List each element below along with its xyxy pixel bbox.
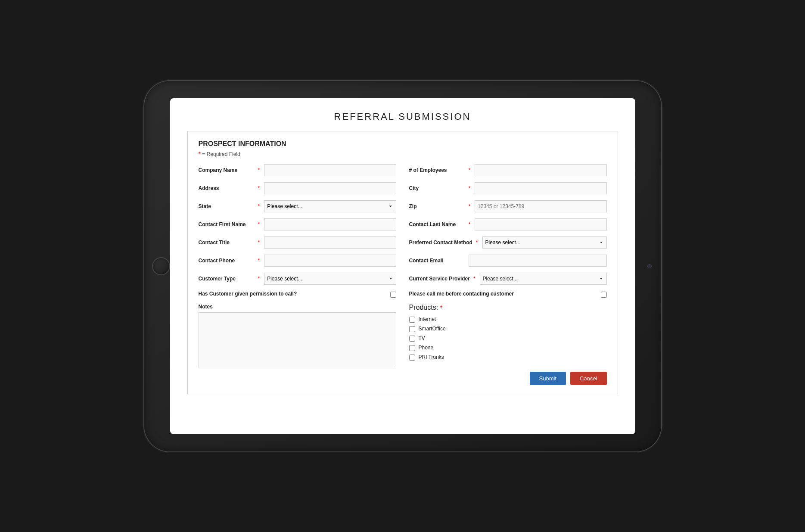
product-phone: Phone bbox=[409, 344, 607, 351]
current-provider-select[interactable]: Please select... bbox=[480, 273, 607, 285]
current-provider-row: Current Service Provider * Please select… bbox=[409, 273, 607, 285]
contact-title-row: Contact Title * bbox=[199, 236, 396, 249]
customer-type-label: Customer Type bbox=[199, 276, 255, 282]
contact-title-required: * bbox=[258, 240, 260, 246]
notes-section: Notes bbox=[199, 304, 396, 385]
page-content: REFERRAL SUBMISSION PROSPECT INFORMATION… bbox=[170, 98, 635, 434]
permission-checkbox[interactable] bbox=[390, 292, 396, 298]
products-section: Products: * Internet SmartOffice bbox=[409, 304, 607, 385]
page-title: REFERRAL SUBMISSION bbox=[187, 111, 618, 122]
zip-required: * bbox=[469, 203, 471, 209]
preferred-contact-required: * bbox=[476, 240, 478, 246]
contact-last-label: Contact Last Name bbox=[409, 221, 465, 227]
products-title: Products: * bbox=[409, 304, 607, 311]
state-row: State * Please select... bbox=[199, 200, 396, 212]
product-smartoffice-label: SmartOffice bbox=[419, 326, 446, 332]
contact-title-input[interactable] bbox=[264, 236, 396, 249]
permission-row: Has Customer given permission to call? bbox=[199, 291, 396, 298]
permission-label: Has Customer given permission to call? bbox=[199, 291, 387, 297]
product-internet-label: Internet bbox=[419, 316, 436, 322]
contact-phone-row: Contact Phone * bbox=[199, 255, 396, 267]
call-before-row: Please call me before contacting custome… bbox=[409, 291, 607, 298]
employees-required: * bbox=[469, 167, 471, 173]
address-label: Address bbox=[199, 185, 255, 191]
required-note: * = Required Field bbox=[199, 150, 607, 157]
city-required: * bbox=[469, 185, 471, 191]
notes-label: Notes bbox=[199, 304, 396, 310]
customer-type-row: Customer Type * Please select... bbox=[199, 273, 396, 285]
contact-email-label: Contact Email bbox=[409, 258, 465, 264]
notes-textarea[interactable] bbox=[199, 312, 396, 368]
product-smartoffice-checkbox[interactable] bbox=[409, 326, 415, 332]
submit-button[interactable]: Submit bbox=[530, 372, 566, 385]
product-pri-trunks-checkbox[interactable] bbox=[409, 355, 415, 361]
preferred-contact-select[interactable]: Please select... bbox=[482, 236, 607, 249]
product-tv-checkbox[interactable] bbox=[409, 336, 415, 342]
city-row: City * bbox=[409, 182, 607, 194]
zip-input[interactable] bbox=[475, 200, 606, 212]
contact-first-row: Contact First Name * bbox=[199, 218, 396, 230]
required-asterisk: * bbox=[199, 150, 201, 157]
home-button[interactable] bbox=[152, 257, 170, 275]
contact-first-label: Contact First Name bbox=[199, 221, 255, 227]
employees-input[interactable] bbox=[475, 164, 606, 176]
current-provider-required: * bbox=[473, 276, 476, 282]
contact-phone-required: * bbox=[258, 258, 260, 264]
products-required: * bbox=[440, 304, 442, 311]
contact-last-input[interactable] bbox=[475, 218, 606, 230]
zip-label: Zip bbox=[409, 203, 465, 209]
employees-row: # of Employees * bbox=[409, 164, 607, 176]
zip-row: Zip * bbox=[409, 200, 607, 212]
product-smartoffice: SmartOffice bbox=[409, 325, 607, 332]
customer-type-required: * bbox=[258, 276, 260, 282]
call-before-checkbox[interactable] bbox=[601, 292, 607, 298]
form-grid: Company Name * # of Employees * Address … bbox=[199, 164, 607, 298]
buttons-row: Submit Cancel bbox=[409, 372, 607, 385]
address-required: * bbox=[258, 185, 260, 191]
address-input[interactable] bbox=[264, 182, 396, 194]
customer-type-select[interactable]: Please select... bbox=[264, 273, 396, 285]
state-label: State bbox=[199, 203, 255, 209]
company-name-required: * bbox=[258, 167, 260, 173]
contact-email-row: Contact Email bbox=[409, 255, 607, 267]
call-before-label: Please call me before contacting custome… bbox=[409, 291, 597, 297]
current-provider-label: Current Service Provider bbox=[409, 276, 470, 282]
address-row: Address * bbox=[199, 182, 396, 194]
product-tv: TV bbox=[409, 335, 607, 342]
section-title: PROSPECT INFORMATION bbox=[199, 140, 607, 148]
contact-last-row: Contact Last Name * bbox=[409, 218, 607, 230]
form-container: PROSPECT INFORMATION * = Required Field … bbox=[187, 131, 618, 394]
contact-title-label: Contact Title bbox=[199, 240, 255, 246]
tablet-frame: REFERRAL SUBMISSION PROSPECT INFORMATION… bbox=[144, 81, 661, 451]
bottom-section: Notes Products: * Internet bbox=[199, 304, 607, 385]
state-required: * bbox=[258, 203, 260, 209]
product-phone-label: Phone bbox=[419, 345, 434, 351]
product-pri-trunks-label: PRI Trunks bbox=[419, 354, 444, 360]
contact-phone-label: Contact Phone bbox=[199, 258, 255, 264]
camera bbox=[647, 264, 652, 268]
contact-last-required: * bbox=[469, 221, 471, 227]
company-name-row: Company Name * bbox=[199, 164, 396, 176]
product-internet: Internet bbox=[409, 316, 607, 323]
city-label: City bbox=[409, 185, 465, 191]
cancel-button[interactable]: Cancel bbox=[570, 372, 606, 385]
preferred-contact-row: Preferred Contact Method * Please select… bbox=[409, 236, 607, 249]
product-internet-checkbox[interactable] bbox=[409, 317, 415, 323]
product-phone-checkbox[interactable] bbox=[409, 345, 415, 351]
contact-phone-input[interactable] bbox=[264, 255, 396, 267]
contact-first-required: * bbox=[258, 221, 260, 227]
preferred-contact-label: Preferred Contact Method bbox=[409, 240, 472, 246]
employees-label: # of Employees bbox=[409, 167, 465, 173]
city-input[interactable] bbox=[475, 182, 606, 194]
company-name-label: Company Name bbox=[199, 167, 255, 173]
tablet-screen: REFERRAL SUBMISSION PROSPECT INFORMATION… bbox=[170, 98, 635, 434]
product-pri-trunks: PRI Trunks bbox=[409, 354, 607, 361]
state-select[interactable]: Please select... bbox=[264, 200, 396, 212]
product-tv-label: TV bbox=[419, 335, 425, 341]
company-name-input[interactable] bbox=[264, 164, 396, 176]
contact-first-input[interactable] bbox=[264, 218, 396, 230]
contact-email-input[interactable] bbox=[469, 255, 607, 267]
